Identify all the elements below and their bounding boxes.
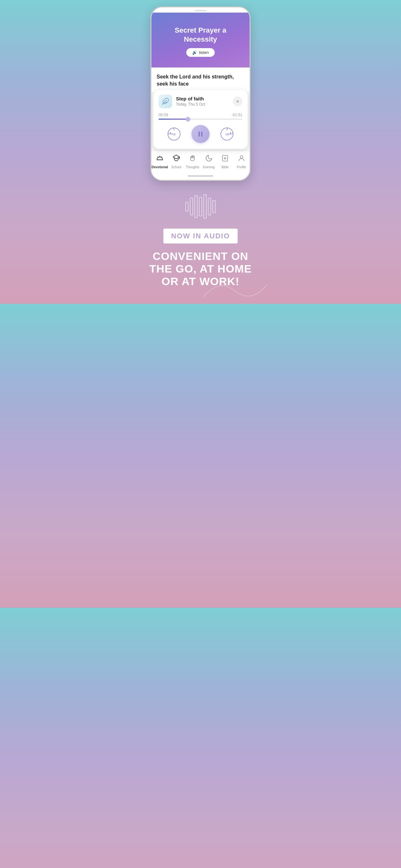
nav-item-profile[interactable]: Profile xyxy=(234,154,250,169)
play-pause-button[interactable] xyxy=(191,125,210,143)
promo-section: NOW IN AUDIO CONVENIENT ON THE GO, AT HO… xyxy=(134,181,267,304)
rewind-circle: 15 xyxy=(167,128,181,141)
wave-bar-1 xyxy=(185,202,189,212)
progress-bar[interactable] xyxy=(158,119,243,120)
svg-point-9 xyxy=(240,156,243,158)
listen-button[interactable]: 🔊 listen xyxy=(186,48,214,57)
pull-handle xyxy=(151,7,250,12)
speaker-icon: 🔊 xyxy=(192,50,197,55)
bible-icon xyxy=(221,154,229,164)
pause-icon xyxy=(198,131,203,136)
player-date: Today, Thu 5 Oct xyxy=(176,102,229,106)
forward-icon: 15 xyxy=(221,128,233,140)
svg-marker-4 xyxy=(173,155,180,159)
wave-bar-2 xyxy=(190,197,193,215)
mortarboard-icon xyxy=(173,154,180,164)
feather-icon xyxy=(161,97,169,105)
page-title: Secret Prayer a Necessity xyxy=(175,26,226,43)
player-time-row: 00:59 -01:51 xyxy=(158,113,243,117)
pause-bar-right xyxy=(201,131,203,136)
audio-badge: NOW IN AUDIO xyxy=(163,228,238,244)
decorative-curve xyxy=(203,272,267,304)
audio-badge-text: NOW IN AUDIO xyxy=(171,232,230,240)
nav-item-evening[interactable]: Evening xyxy=(201,154,217,169)
sunrise-icon xyxy=(156,154,164,164)
scripture-text: Seek the Lord and his strength, seek his… xyxy=(157,73,244,88)
nav-label-school: School xyxy=(172,165,181,169)
wave-bar-4 xyxy=(199,197,202,216)
wave-bar-6 xyxy=(208,197,211,215)
time-remaining: -01:51 xyxy=(232,113,243,117)
progress-thumb xyxy=(186,117,190,121)
app-header: Secret Prayer a Necessity 🔊 listen xyxy=(151,12,250,67)
person-icon xyxy=(238,154,245,164)
listen-label: listen xyxy=(199,50,209,55)
nav-item-devotional[interactable]: Devotional xyxy=(151,154,168,169)
player-logo xyxy=(158,95,172,108)
wave-bar-5 xyxy=(204,194,207,219)
player-info: Step of faith Today, Thu 5 Oct xyxy=(176,96,229,106)
rewind-icon: 15 xyxy=(168,128,180,140)
home-pill xyxy=(188,175,213,177)
nav-item-thoughts[interactable]: Thoughts xyxy=(184,154,201,169)
phone-mockup: Secret Prayer a Necessity 🔊 listen Seek … xyxy=(150,6,251,181)
nav-item-bible[interactable]: Bible xyxy=(217,154,233,169)
close-button[interactable]: × xyxy=(233,97,243,106)
player-header: Step of faith Today, Thu 5 Oct × xyxy=(158,95,243,108)
nav-label-profile: Profile xyxy=(237,165,246,169)
svg-text:15: 15 xyxy=(173,133,176,136)
nav-label-evening: Evening xyxy=(203,165,215,169)
forward-button[interactable]: 15 xyxy=(220,127,234,141)
pause-bar-left xyxy=(198,131,200,136)
rewind-button[interactable]: 15 xyxy=(167,127,181,141)
nav-item-school[interactable]: School xyxy=(168,154,184,169)
svg-text:15: 15 xyxy=(225,133,228,136)
nav-label-devotional: Devotional xyxy=(151,165,168,169)
nav-label-bible: Bible xyxy=(221,165,228,169)
audio-player-card: Step of faith Today, Thu 5 Oct × 00:59 -… xyxy=(153,90,248,149)
moon-icon xyxy=(205,154,213,164)
home-indicator xyxy=(151,174,250,180)
scripture-card: Seek the Lord and his strength, seek his… xyxy=(151,67,250,93)
player-title: Step of faith xyxy=(176,96,229,101)
wave-bar-7 xyxy=(212,200,216,213)
waveform-icon xyxy=(185,194,216,220)
forward-circle: 15 xyxy=(220,128,234,141)
bottom-nav: Devotional School xyxy=(151,151,250,174)
close-icon: × xyxy=(236,99,239,104)
player-controls: 15 15 xyxy=(158,125,243,143)
hands-icon xyxy=(189,154,196,164)
time-elapsed: 00:59 xyxy=(158,113,168,117)
progress-fill xyxy=(158,119,188,120)
nav-label-thoughts: Thoughts xyxy=(186,165,199,169)
wave-bar-3 xyxy=(194,195,197,218)
